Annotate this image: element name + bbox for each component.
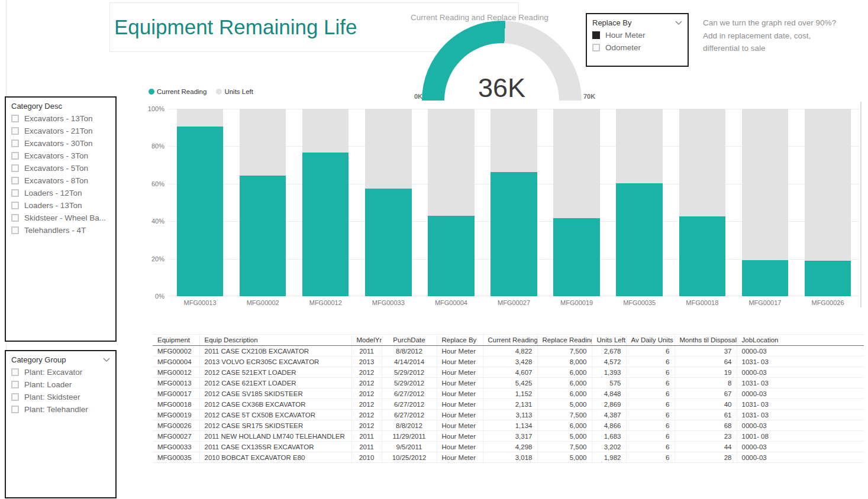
table-cell[interactable]: 1,152 — [483, 388, 537, 399]
table-cell[interactable]: 0000-03 — [737, 420, 864, 431]
table-cell[interactable]: 2011 — [351, 442, 382, 452]
table-cell[interactable]: 4,387 — [592, 410, 626, 420]
table-cell[interactable]: Hour Meter — [437, 378, 483, 388]
table-header-purchdate[interactable]: PurchDate — [382, 335, 437, 346]
table-cell[interactable]: 1,134 — [483, 420, 537, 431]
current-reading-segment[interactable] — [616, 183, 663, 296]
table-cell[interactable]: 1031- 03 — [737, 378, 864, 388]
table-cell[interactable]: 6,000 — [537, 378, 592, 388]
chart-scrollbar[interactable] — [860, 102, 861, 307]
checkbox-icon[interactable] — [592, 44, 600, 51]
table-cell[interactable]: 6 — [626, 410, 675, 420]
table-cell[interactable]: 40 — [675, 399, 737, 410]
category-desc-item[interactable]: Excavators - 13Ton — [6, 112, 115, 125]
table-header-current-reading[interactable]: Current Reading — [483, 335, 537, 346]
table-cell[interactable]: 6 — [626, 388, 675, 399]
table-cell[interactable]: 2012 — [351, 420, 382, 431]
table-cell[interactable]: 4,572 — [592, 357, 626, 367]
table-row[interactable]: MFG000262012 CASE SR175 SKIDSTEER20128/8… — [153, 420, 864, 431]
checkbox-icon[interactable] — [11, 214, 19, 222]
table-row[interactable]: MFG000272011 NEW HOLLAND LM740 TELEHANDL… — [153, 431, 864, 442]
current-reading-segment[interactable] — [805, 261, 851, 296]
table-cell[interactable]: Hour Meter — [437, 388, 483, 399]
category-group-item[interactable]: Plant: Skidsteer — [6, 391, 115, 403]
table-cell[interactable]: Hour Meter — [437, 346, 483, 357]
table-cell[interactable]: MFG00013 — [153, 378, 199, 388]
table-cell[interactable]: 0000-03 — [737, 452, 864, 463]
table-cell[interactable]: 2012 — [351, 388, 382, 399]
units-left-segment[interactable] — [742, 109, 789, 260]
units-left-segment[interactable] — [365, 109, 412, 189]
table-cell[interactable]: MFG00017 — [153, 388, 199, 399]
checkbox-icon[interactable] — [11, 406, 19, 413]
current-reading-segment[interactable] — [365, 189, 412, 296]
legend-item-current-reading[interactable]: Current Reading — [149, 88, 206, 95]
table-cell[interactable]: 3,113 — [483, 410, 537, 420]
current-reading-segment[interactable] — [302, 153, 349, 296]
table-cell[interactable]: 6 — [626, 346, 675, 357]
table-cell[interactable]: MFG00004 — [153, 357, 199, 367]
units-left-segment[interactable] — [553, 109, 600, 218]
table-header-replace-by[interactable]: Replace By — [437, 335, 483, 346]
checkbox-icon[interactable] — [11, 152, 19, 160]
table-row[interactable]: MFG000182012 CASE CX36B EXCAVATOR20126/2… — [153, 399, 864, 410]
table-cell[interactable]: 0000-03 — [737, 442, 864, 452]
table-cell[interactable]: 8,000 — [537, 357, 592, 367]
table-cell[interactable]: 6/27/2012 — [382, 410, 437, 420]
table-cell[interactable]: 0000-03 — [737, 388, 864, 399]
table-row[interactable]: MFG000352010 BOBCAT EXCAVATOR E80201010/… — [153, 452, 864, 463]
category-desc-item[interactable]: Telehandlers - 4T — [6, 224, 115, 236]
checkbox-icon[interactable] — [11, 127, 19, 135]
table-cell[interactable]: 5,000 — [537, 431, 592, 442]
table-cell[interactable]: 8/8/2012 — [382, 346, 437, 357]
table-cell[interactable]: MFG00035 — [153, 452, 199, 463]
table-cell[interactable]: 6 — [626, 378, 675, 388]
table-cell[interactable]: 4/14/2014 — [382, 357, 437, 367]
table-header-joblocation[interactable]: JobLocation — [737, 335, 864, 346]
table-cell[interactable]: 2011 NEW HOLLAND LM740 TELEHANDLER — [199, 431, 351, 442]
table-cell[interactable]: MFG00026 — [153, 420, 199, 431]
checkbox-icon[interactable] — [11, 226, 19, 234]
table-cell[interactable]: 8/8/2012 — [382, 420, 437, 431]
table-cell[interactable]: 2012 — [351, 378, 382, 388]
units-left-segment[interactable] — [302, 109, 349, 153]
table-cell[interactable]: 61 — [675, 410, 737, 420]
table-header-equipment[interactable]: Equipment — [153, 335, 199, 346]
current-reading-segment[interactable] — [428, 216, 475, 296]
units-left-segment[interactable] — [240, 109, 286, 176]
table-cell[interactable]: 28 — [675, 452, 737, 463]
checkbox-icon[interactable] — [11, 140, 19, 147]
table-cell[interactable]: 9/5/2011 — [382, 442, 437, 452]
table-cell[interactable]: 67 — [675, 388, 737, 399]
table-cell[interactable]: 2010 — [351, 452, 382, 463]
checkbox-icon[interactable] — [11, 164, 19, 172]
table-cell[interactable]: Hour Meter — [437, 399, 483, 410]
table-cell[interactable]: 6 — [626, 452, 675, 463]
bar-column-MFG00026[interactable] — [796, 109, 859, 296]
table-cell[interactable]: 1031- 03 — [737, 399, 864, 410]
table-cell[interactable]: 3,018 — [483, 452, 537, 463]
table-cell[interactable]: 19 — [675, 367, 737, 378]
table-cell[interactable]: 37 — [675, 346, 737, 357]
table-cell[interactable]: 2012 CASE 5T CX50B EXCAVATOR — [199, 410, 351, 420]
table-cell[interactable]: Hour Meter — [437, 367, 483, 378]
units-left-segment[interactable] — [805, 109, 851, 261]
units-left-segment[interactable] — [491, 109, 537, 172]
table-row[interactable]: MFG000192012 CASE 5T CX50B EXCAVATOR2012… — [153, 410, 864, 420]
table-header-equip-description[interactable]: Equip Description — [199, 335, 351, 346]
table-cell[interactable]: MFG00012 — [153, 367, 199, 378]
checkbox-icon[interactable] — [11, 393, 19, 401]
table-cell[interactable]: 5,000 — [537, 452, 592, 463]
table-cell[interactable]: 575 — [592, 378, 626, 388]
table-cell[interactable]: 10/25/2012 — [382, 452, 437, 463]
table-cell[interactable]: 2,131 — [483, 399, 537, 410]
table-header-av-daily-units[interactable]: Av Daily Units — [626, 335, 675, 346]
table-cell[interactable]: 2012 CASE SV185 SKIDSTEER — [199, 388, 351, 399]
bar-column-MFG00017[interactable] — [734, 109, 796, 296]
table-cell[interactable]: 5,425 — [483, 378, 537, 388]
category-desc-item[interactable]: Excavators - 30Ton — [6, 137, 115, 150]
table-cell[interactable]: 64 — [675, 357, 737, 367]
table-cell[interactable]: Hour Meter — [437, 431, 483, 442]
table-cell[interactable]: 1,393 — [592, 367, 626, 378]
units-left-segment[interactable] — [616, 109, 663, 183]
